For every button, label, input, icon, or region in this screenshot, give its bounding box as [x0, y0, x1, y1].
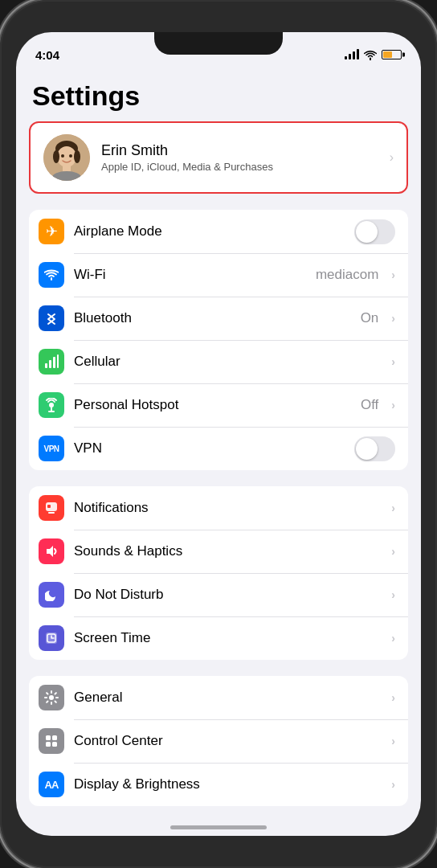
- airplane-icon: ✈: [46, 223, 58, 240]
- svg-rect-10: [49, 360, 51, 368]
- svg-rect-12: [57, 354, 59, 368]
- bluetooth-item[interactable]: Bluetooth On ›: [29, 297, 408, 340]
- page-title: Settings: [16, 68, 421, 121]
- svg-point-3: [53, 150, 59, 163]
- svg-point-20: [49, 695, 54, 700]
- profile-card[interactable]: Erin Smith Apple ID, iCloud, Media & Pur…: [29, 121, 408, 194]
- battery-icon: [382, 50, 402, 59]
- gear-icon: [44, 690, 59, 705]
- svg-point-2: [57, 146, 76, 167]
- svg-point-8: [69, 154, 72, 158]
- screen-time-icon: [44, 631, 59, 645]
- avatar-image: [43, 134, 90, 181]
- wifi-chevron: ›: [391, 268, 395, 281]
- general-label: General: [74, 690, 382, 706]
- sounds-haptics-item[interactable]: Sounds & Haptics ›: [29, 530, 408, 573]
- vpn-item[interactable]: VPN VPN: [29, 427, 408, 470]
- sounds-haptics-label: Sounds & Haptics: [74, 543, 382, 559]
- phone-frame: 4:04 Settin: [0, 0, 437, 868]
- svg-rect-5: [63, 165, 71, 171]
- bluetooth-icon-container: [39, 305, 64, 331]
- svg-rect-11: [53, 357, 55, 368]
- control-center-label: Control Center: [74, 733, 382, 749]
- bluetooth-value: On: [361, 310, 379, 326]
- bluetooth-icon: [47, 311, 56, 326]
- personal-hotspot-label: Personal Hotspot: [74, 397, 351, 413]
- control-center-icon: [44, 734, 59, 748]
- hotspot-icon: [44, 398, 59, 412]
- vpn-toggle[interactable]: [354, 436, 395, 461]
- signal-icon: [345, 50, 359, 59]
- svg-rect-9: [45, 363, 47, 368]
- svg-rect-21: [46, 735, 51, 740]
- wifi-icon-container: [39, 262, 64, 288]
- cellular-chevron: ›: [391, 355, 395, 368]
- avatar: [43, 134, 90, 181]
- airplane-mode-toggle[interactable]: [354, 219, 395, 244]
- svg-rect-24: [52, 742, 57, 747]
- general-icon-container: [39, 685, 64, 710]
- display-brightness-chevron: ›: [391, 778, 395, 791]
- notifications-label: Notifications: [74, 500, 382, 516]
- notifications-icon-container: [39, 495, 64, 521]
- notifications-icon: [44, 501, 59, 515]
- svg-rect-15: [47, 505, 51, 508]
- notifications-item[interactable]: Notifications ›: [29, 486, 408, 530]
- control-center-chevron: ›: [391, 735, 395, 747]
- svg-rect-22: [52, 735, 57, 740]
- notch: [154, 32, 283, 55]
- phone-screen: 4:04 Settin: [16, 32, 421, 836]
- cellular-icon: [44, 354, 59, 369]
- personal-hotspot-value: Off: [361, 397, 378, 413]
- display-icon-container: AA: [39, 772, 64, 797]
- settings-content: Settings: [16, 68, 421, 836]
- bluetooth-chevron: ›: [391, 312, 395, 325]
- wifi-item[interactable]: Wi-Fi mediacom ›: [29, 253, 408, 297]
- vpn-icon-container: VPN: [39, 436, 64, 461]
- general-chevron: ›: [391, 691, 395, 704]
- do-not-disturb-label: Do Not Disturb: [74, 587, 382, 603]
- profile-chevron: ›: [390, 150, 394, 165]
- moon-icon: [45, 588, 58, 601]
- screen-time-chevron: ›: [391, 632, 395, 645]
- svg-marker-17: [47, 546, 53, 557]
- notifications-chevron: ›: [391, 502, 395, 514]
- connectivity-group: ✈ Airplane Mode: [29, 210, 408, 470]
- sounds-haptics-chevron: ›: [391, 545, 395, 558]
- screen-time-item[interactable]: Screen Time ›: [29, 616, 408, 660]
- do-not-disturb-item[interactable]: Do Not Disturb ›: [29, 573, 408, 616]
- profile-info: Erin Smith Apple ID, iCloud, Media & Pur…: [101, 142, 378, 173]
- bluetooth-label: Bluetooth: [74, 310, 351, 326]
- general-group: General › Control Center ›: [29, 676, 408, 806]
- airplane-mode-item[interactable]: ✈ Airplane Mode: [29, 210, 408, 253]
- sounds-icon-container: [39, 538, 64, 564]
- cellular-item[interactable]: Cellular ›: [29, 340, 408, 383]
- airplane-mode-label: Airplane Mode: [74, 223, 345, 240]
- vpn-label: VPN: [74, 440, 345, 457]
- notifications-group: Notifications › Sounds & Haptics ›: [29, 486, 408, 660]
- display-brightness-label: Display & Brightness: [74, 776, 382, 792]
- svg-rect-23: [46, 742, 51, 747]
- profile-name: Erin Smith: [101, 142, 378, 159]
- status-time: 4:04: [35, 48, 59, 62]
- dnd-icon-container: [39, 582, 64, 608]
- personal-hotspot-item[interactable]: Personal Hotspot Off ›: [29, 383, 408, 427]
- control-center-item[interactable]: Control Center ›: [29, 719, 408, 763]
- hotspot-icon-container: [39, 392, 64, 418]
- display-brightness-item[interactable]: AA Display & Brightness ›: [29, 763, 408, 806]
- screen-time-label: Screen Time: [74, 630, 382, 646]
- general-item[interactable]: General ›: [29, 676, 408, 719]
- personal-hotspot-chevron: ›: [391, 399, 395, 411]
- status-icons: [345, 50, 402, 60]
- cellular-label: Cellular: [74, 354, 382, 370]
- vpn-icon: VPN: [43, 444, 59, 453]
- control-center-icon-container: [39, 728, 64, 754]
- home-indicator[interactable]: [170, 825, 267, 829]
- screen-time-icon-container: [39, 625, 64, 651]
- wifi-setting-icon: [44, 269, 59, 280]
- wifi-value: mediacom: [316, 267, 378, 283]
- svg-rect-16: [48, 512, 55, 514]
- vpn-toggle-thumb: [356, 438, 378, 460]
- wifi-icon: [364, 51, 377, 60]
- svg-point-7: [61, 154, 64, 158]
